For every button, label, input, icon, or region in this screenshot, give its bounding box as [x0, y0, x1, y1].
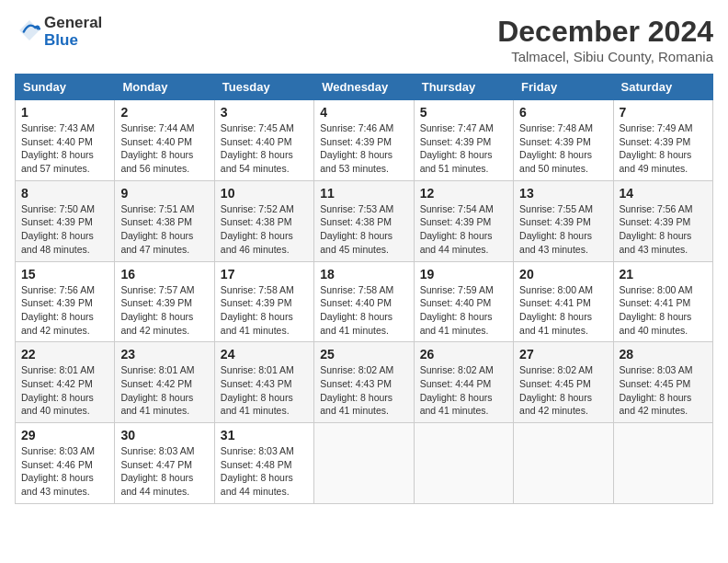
sunrise-label: Sunrise: 7:57 AM	[120, 284, 194, 295]
day-info: Sunrise: 8:03 AM Sunset: 4:45 PM Dayligh…	[620, 363, 707, 418]
title-block: December 2024 Talmacel, Sibiu County, Ro…	[497, 15, 713, 64]
day-info: Sunrise: 7:56 AM Sunset: 4:39 PM Dayligh…	[620, 202, 707, 257]
daylight-label: Daylight: 8 hours and 44 minutes.	[221, 472, 293, 497]
day-number: 8	[21, 186, 108, 201]
day-info: Sunrise: 7:52 AM Sunset: 4:38 PM Dayligh…	[221, 202, 308, 257]
day-info: Sunrise: 7:56 AM Sunset: 4:39 PM Dayligh…	[21, 283, 108, 338]
day-number: 2	[120, 105, 208, 120]
day-number: 11	[320, 186, 407, 201]
sunset-label: Sunset: 4:42 PM	[120, 378, 192, 389]
day-number: 9	[120, 186, 208, 201]
day-info: Sunrise: 7:54 AM Sunset: 4:39 PM Dayligh…	[420, 202, 507, 257]
calendar-cell	[514, 423, 613, 504]
calendar-cell: 29 Sunrise: 8:03 AM Sunset: 4:46 PM Dayl…	[16, 423, 115, 504]
calendar-cell: 7 Sunrise: 7:49 AM Sunset: 4:39 PM Dayli…	[613, 100, 712, 181]
calendar-week-row: 22 Sunrise: 8:01 AM Sunset: 4:42 PM Dayl…	[16, 342, 713, 423]
day-info: Sunrise: 8:02 AM Sunset: 4:44 PM Dayligh…	[420, 363, 507, 418]
day-number: 6	[519, 105, 607, 120]
sunrise-label: Sunrise: 8:02 AM	[320, 364, 393, 375]
sunrise-label: Sunrise: 7:58 AM	[221, 284, 294, 295]
daylight-label: Daylight: 8 hours and 47 minutes.	[120, 230, 193, 255]
day-number: 30	[120, 428, 208, 442]
sunset-label: Sunset: 4:39 PM	[519, 216, 591, 227]
sunrise-label: Sunrise: 8:03 AM	[221, 445, 294, 456]
sunset-label: Sunset: 4:39 PM	[21, 216, 93, 227]
day-info: Sunrise: 7:55 AM Sunset: 4:39 PM Dayligh…	[519, 202, 607, 257]
calendar-week-row: 1 Sunrise: 7:43 AM Sunset: 4:40 PM Dayli…	[16, 100, 713, 181]
day-number: 22	[21, 347, 108, 362]
day-info: Sunrise: 7:57 AM Sunset: 4:39 PM Dayligh…	[120, 283, 208, 338]
day-info: Sunrise: 7:51 AM Sunset: 4:38 PM Dayligh…	[120, 202, 208, 257]
day-number: 21	[620, 267, 707, 282]
sunrise-label: Sunrise: 7:56 AM	[620, 203, 693, 214]
day-info: Sunrise: 8:00 AM Sunset: 4:41 PM Dayligh…	[519, 283, 607, 338]
calendar-cell: 20 Sunrise: 8:00 AM Sunset: 4:41 PM Dayl…	[514, 261, 613, 342]
sunrise-label: Sunrise: 8:01 AM	[221, 364, 294, 375]
sunset-label: Sunset: 4:45 PM	[519, 378, 591, 389]
sunrise-label: Sunrise: 7:45 AM	[221, 122, 294, 133]
day-info: Sunrise: 7:46 AM Sunset: 4:39 PM Dayligh…	[320, 121, 407, 176]
day-info: Sunrise: 8:02 AM Sunset: 4:43 PM Dayligh…	[320, 363, 407, 418]
daylight-label: Daylight: 8 hours and 41 minutes.	[221, 311, 293, 336]
day-number: 26	[420, 347, 507, 362]
day-info: Sunrise: 7:47 AM Sunset: 4:39 PM Dayligh…	[420, 121, 507, 176]
day-number: 5	[420, 105, 507, 120]
weekday-header: Sunday	[16, 75, 115, 100]
daylight-label: Daylight: 8 hours and 41 minutes.	[320, 392, 392, 417]
weekday-header: Friday	[514, 75, 613, 100]
day-info: Sunrise: 8:01 AM Sunset: 4:42 PM Dayligh…	[21, 363, 108, 418]
sunrise-label: Sunrise: 7:49 AM	[620, 122, 693, 133]
daylight-label: Daylight: 8 hours and 41 minutes.	[420, 392, 493, 417]
daylight-label: Daylight: 8 hours and 46 minutes.	[221, 230, 293, 255]
calendar-cell: 2 Sunrise: 7:44 AM Sunset: 4:40 PM Dayli…	[115, 100, 214, 181]
day-info: Sunrise: 7:44 AM Sunset: 4:40 PM Dayligh…	[120, 121, 208, 176]
day-info: Sunrise: 8:03 AM Sunset: 4:48 PM Dayligh…	[221, 444, 308, 499]
day-info: Sunrise: 7:50 AM Sunset: 4:39 PM Dayligh…	[21, 202, 108, 257]
logo: General Blue	[15, 15, 102, 49]
calendar-header-row: SundayMondayTuesdayWednesdayThursdayFrid…	[16, 75, 713, 100]
day-number: 19	[420, 267, 507, 282]
calendar-cell: 31 Sunrise: 8:03 AM Sunset: 4:48 PM Dayl…	[214, 423, 313, 504]
day-number: 18	[320, 267, 407, 282]
calendar-cell: 5 Sunrise: 7:47 AM Sunset: 4:39 PM Dayli…	[414, 100, 513, 181]
daylight-label: Daylight: 8 hours and 42 minutes.	[620, 392, 692, 417]
day-number: 14	[620, 186, 707, 201]
calendar-cell: 18 Sunrise: 7:58 AM Sunset: 4:40 PM Dayl…	[314, 261, 414, 342]
calendar-cell: 6 Sunrise: 7:48 AM Sunset: 4:39 PM Dayli…	[514, 100, 613, 181]
sunset-label: Sunset: 4:38 PM	[320, 216, 392, 227]
calendar-cell: 4 Sunrise: 7:46 AM Sunset: 4:39 PM Dayli…	[314, 100, 414, 181]
daylight-label: Daylight: 8 hours and 45 minutes.	[320, 230, 392, 255]
calendar-cell: 23 Sunrise: 8:01 AM Sunset: 4:42 PM Dayl…	[115, 342, 214, 423]
calendar-cell: 28 Sunrise: 8:03 AM Sunset: 4:45 PM Dayl…	[613, 342, 712, 423]
day-number: 25	[320, 347, 407, 362]
day-number: 24	[221, 347, 308, 362]
sunrise-label: Sunrise: 8:00 AM	[620, 284, 693, 295]
daylight-label: Daylight: 8 hours and 43 minutes.	[519, 230, 592, 255]
day-info: Sunrise: 8:02 AM Sunset: 4:45 PM Dayligh…	[519, 363, 607, 418]
sunset-label: Sunset: 4:44 PM	[420, 378, 492, 389]
day-number: 10	[221, 186, 308, 201]
sunrise-label: Sunrise: 8:03 AM	[120, 445, 194, 456]
sunset-label: Sunset: 4:41 PM	[519, 297, 591, 308]
day-number: 31	[221, 428, 308, 442]
day-info: Sunrise: 7:48 AM Sunset: 4:39 PM Dayligh…	[519, 121, 607, 176]
calendar-cell: 13 Sunrise: 7:55 AM Sunset: 4:39 PM Dayl…	[514, 180, 613, 261]
calendar-cell: 26 Sunrise: 8:02 AM Sunset: 4:44 PM Dayl…	[414, 342, 513, 423]
sunrise-label: Sunrise: 8:02 AM	[420, 364, 494, 375]
day-info: Sunrise: 7:49 AM Sunset: 4:39 PM Dayligh…	[620, 121, 707, 176]
calendar-cell	[314, 423, 414, 504]
sunrise-label: Sunrise: 7:48 AM	[519, 122, 593, 133]
calendar-cell: 27 Sunrise: 8:02 AM Sunset: 4:45 PM Dayl…	[514, 342, 613, 423]
sunrise-label: Sunrise: 8:03 AM	[21, 445, 95, 456]
sunset-label: Sunset: 4:47 PM	[120, 459, 192, 470]
daylight-label: Daylight: 8 hours and 44 minutes.	[420, 230, 493, 255]
sunset-label: Sunset: 4:39 PM	[21, 297, 93, 308]
day-number: 1	[21, 105, 108, 120]
sunrise-label: Sunrise: 7:52 AM	[221, 203, 294, 214]
daylight-label: Daylight: 8 hours and 41 minutes.	[519, 311, 592, 336]
day-info: Sunrise: 8:03 AM Sunset: 4:46 PM Dayligh…	[21, 444, 108, 499]
sunset-label: Sunset: 4:40 PM	[320, 297, 392, 308]
weekday-header: Wednesday	[314, 75, 414, 100]
weekday-header: Monday	[115, 75, 214, 100]
daylight-label: Daylight: 8 hours and 53 minutes.	[320, 149, 392, 174]
